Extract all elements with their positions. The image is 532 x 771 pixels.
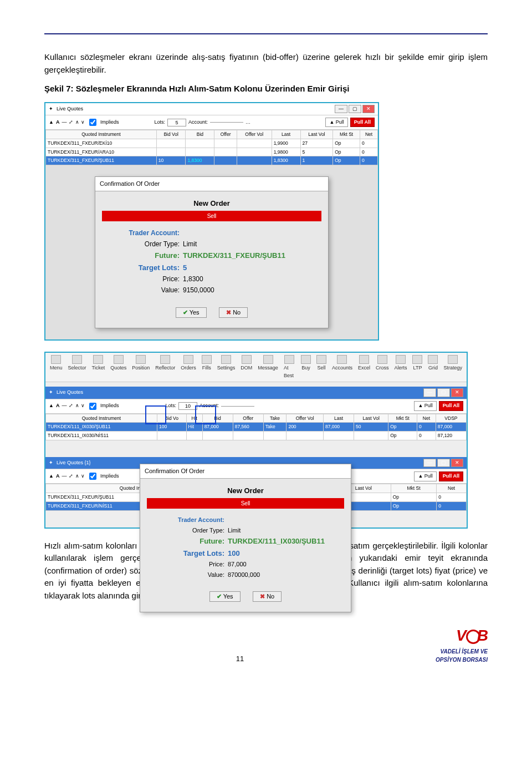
main-toolbar: MenuSelectorTicketQuotesPositionReflecto… [45,353,467,382]
lots-label: Lots: [154,119,165,126]
order-side-2: Sell [147,498,344,509]
screenshot-live-quotes-2: MenuSelectorTicketQuotesPositionReflecto… [44,352,468,529]
highlight-hit-column [145,405,166,424]
toolbar-menu[interactable]: Menu [50,355,63,379]
toolbar-ltp[interactable]: LTP [412,355,422,379]
window-title-2: Live Quotes [57,389,83,397]
price-value: 1,8300 [183,274,203,284]
toolbar-grid[interactable]: Grid [428,355,438,379]
page-number: 11 [44,653,436,665]
toolbar-sell[interactable]: Sell [316,355,326,379]
window-title-3: Live Quotes {1} [57,459,91,467]
pull-all-button-2[interactable]: Pull All [439,401,463,411]
maximize-icon[interactable]: ▢ [437,388,450,397]
toolbar-reflector[interactable]: Reflector [155,355,175,379]
new-order-heading-2: New Order [147,483,344,499]
target-lots-label: Target Lots: [113,262,183,273]
dialog-title-2: Confirmation Of Order [140,464,351,479]
toolbar-excel[interactable]: Excel [358,355,370,379]
future-value: TURKDEX/311_FXEUR/ŞUB11 [183,250,285,261]
lots-label-2: Lots: [165,402,176,410]
vob-logo: VB VADELİ İŞLEM VE OPSİYON BORSASI [436,624,488,664]
toolbar-fills[interactable]: Fills [202,355,212,379]
toolbar-selector[interactable]: Selector [68,355,86,379]
implieds-checkbox[interactable] [89,119,96,126]
toolbar-cross[interactable]: Cross [376,355,389,379]
plus-icon: ✦ [49,105,53,113]
toolbar-dash-icon: — [62,119,66,126]
pull-button[interactable]: ▲ Pull [325,118,347,128]
order-type-value: Limit [183,239,197,249]
figure-7-caption: Şekil 7: Sözleşmeler Ekranında Hızlı Alı… [44,83,488,95]
plus-icon: ✦ [49,389,53,397]
quotes-table-2a: Quoted InstrumentBid VoHitBidOfferTakeOf… [45,414,467,440]
toolbar-a-icon[interactable]: ▲ [49,119,54,126]
target-lots-value: 5 [183,262,187,273]
toolbar-expand-icon[interactable]: ⤢ [69,119,73,126]
window-title: Live Quotes [57,105,83,113]
maximize-icon[interactable]: ▢ [349,105,361,114]
toolbar-message[interactable]: Message [258,355,278,379]
lots-input[interactable] [167,119,186,126]
no-button-2[interactable]: ✖ No [253,591,282,602]
new-order-heading: New Order [102,196,321,211]
close-icon[interactable]: ✕ [362,105,375,114]
quotes-table-1: Quoted InstrumentBid VolBidOfferOffer Vo… [45,130,378,165]
toolbar-ticket[interactable]: Ticket [92,355,105,379]
pull-button-2[interactable]: ▲ Pull [414,401,436,411]
trader-account-label: Trader Account: [113,228,183,238]
toolbar-accounts[interactable]: Accounts [332,355,352,379]
implieds-checkbox-2[interactable] [89,403,96,410]
dialog-title: Confirmation Of Order [95,177,328,191]
screenshot-live-quotes-1: ✦ Live Quotes — ▢ ✕ ▲ A — ⤢ ∧ ∨ Implieds… [44,102,379,341]
toolbar-at best[interactable]: At Best [284,355,295,379]
toolbar-strategy[interactable]: Strategy [443,355,462,379]
minimize-icon[interactable]: — [335,105,347,114]
toolbar-settings[interactable]: Settings [217,355,236,379]
order-type-label: Order Type: [113,239,183,249]
confirmation-dialog-2: Confirmation Of Order New Order Sell Tra… [140,464,351,612]
lots-input-2[interactable] [178,402,197,410]
account-label: Account: [188,119,208,126]
close-icon[interactable]: ✕ [451,388,463,397]
toolbar-buy[interactable]: Buy [301,355,311,379]
value-label: Value: [113,285,183,295]
implieds-label-2: Implieds [100,402,119,410]
toolbar-position[interactable]: Position [132,355,150,379]
price-label: Price: [113,274,183,284]
toolbar-quotes[interactable]: Quotes [110,355,126,379]
confirmation-dialog-1: Confirmation Of Order New Order Sell Tra… [95,176,329,328]
no-button[interactable]: ✖ No [219,307,248,318]
future-label: Future: [113,250,183,261]
highlight-take-column [195,405,216,424]
toolbar-alerts[interactable]: Alerts [394,355,407,379]
paragraph-1: Kullanıcı sözleşmeler ekranı üzerinde al… [44,51,488,76]
toolbar-dom[interactable]: DOM [241,355,252,379]
pull-all-button[interactable]: Pull All [350,118,375,128]
implieds-label: Implieds [100,119,119,126]
minimize-icon[interactable]: — [423,388,436,397]
page-top-rule [44,33,488,34]
yes-button[interactable]: ✔ Yes [176,307,207,318]
toolbar-orders[interactable]: Orders [181,355,196,379]
yes-button-2[interactable]: ✔ Yes [209,591,241,602]
order-side: Sell [102,211,321,221]
value-value: 9150,0000 [183,285,214,295]
